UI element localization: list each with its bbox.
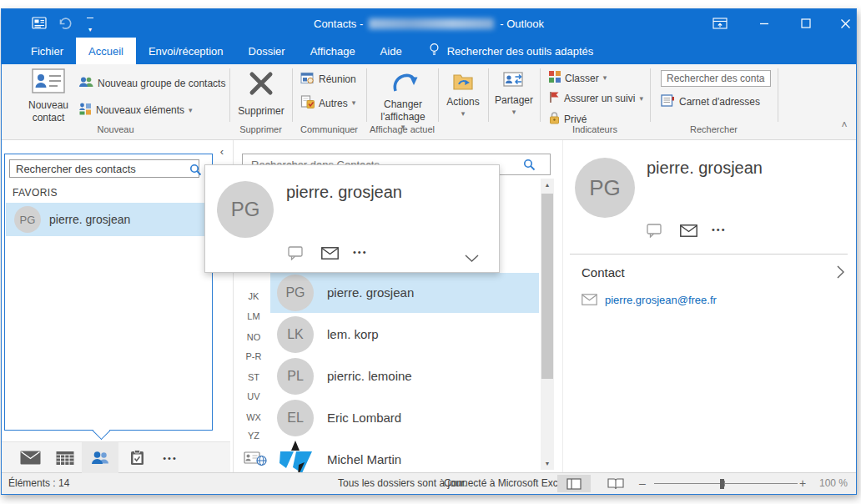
- index-lm[interactable]: LM: [239, 307, 268, 325]
- address-book-button[interactable]: Carnet d'adresses: [661, 94, 760, 109]
- avatar: PG: [217, 181, 274, 238]
- tab-accueil[interactable]: Accueil: [76, 38, 136, 64]
- actions-folder-icon: [452, 71, 474, 93]
- contact-row-selected[interactable]: PG pierre. grosjean: [270, 273, 539, 313]
- ribbon-display-options-button[interactable]: [711, 15, 729, 32]
- index-st[interactable]: ST: [239, 368, 268, 386]
- search-icon[interactable]: [523, 159, 536, 174]
- caret-down-icon: ▾: [189, 107, 193, 114]
- popup-contact-name: pierre. grosjean: [286, 183, 402, 202]
- zoom-slider-tick: [724, 481, 725, 486]
- new-contact-button[interactable]: Nouveau contact: [22, 68, 75, 124]
- minimize-button[interactable]: [755, 15, 773, 32]
- tab-dossier[interactable]: Dossier: [236, 38, 298, 64]
- index-pr[interactable]: P-R: [239, 347, 268, 365]
- caret-down-icon: ▾: [603, 74, 607, 82]
- categorize-button[interactable]: Classer ▾: [549, 71, 607, 85]
- tellme-search[interactable]: Rechercher des outils adaptés: [428, 38, 594, 64]
- group-label-supprimer: Supprimer: [229, 124, 292, 137]
- chat-button[interactable]: [288, 246, 305, 264]
- change-view-button[interactable]: Changer l'affichage ▾: [372, 68, 434, 131]
- contact-row[interactable]: EL Eric Lombard: [270, 398, 539, 438]
- more-actions-button[interactable]: •••: [353, 247, 368, 257]
- new-contact-group-button[interactable]: Nouveau groupe de contacts: [78, 76, 225, 91]
- actions-button[interactable]: Actions ▾: [441, 71, 485, 118]
- contact-name: Eric Lombard: [327, 398, 401, 438]
- title-suffix: - Outlook: [500, 18, 544, 30]
- ribbon-collapse-button[interactable]: ˄: [836, 119, 853, 131]
- nav-people[interactable]: [82, 442, 118, 473]
- redacted-account-email: [369, 18, 494, 29]
- contact-row[interactable]: PL pierric. lemoine: [270, 356, 539, 396]
- zoom-slider-track[interactable]: [654, 483, 798, 484]
- tellme-label: Rechercher des outils adaptés: [447, 45, 594, 58]
- share-button[interactable]: Partager ▾: [491, 71, 537, 116]
- zoom-in-button[interactable]: +: [799, 473, 806, 494]
- favorites-section-label: FAVORIS: [13, 187, 58, 199]
- view-normal-button[interactable]: [557, 475, 591, 492]
- change-view-label: Changer l'affichage: [372, 98, 434, 123]
- more-items-icon: [300, 95, 315, 111]
- scrollbar-up-button[interactable]: ▲: [541, 179, 554, 191]
- zoom-out-button[interactable]: –: [639, 473, 646, 494]
- contact-name: lem. korp: [327, 315, 379, 355]
- scrollbar[interactable]: ▲ ▼: [541, 179, 554, 470]
- email-link[interactable]: pierre.grosjean@free.fr: [605, 294, 717, 306]
- ribbon-find-contacts-input[interactable]: [661, 70, 771, 87]
- delete-label: Supprimer: [238, 105, 284, 117]
- new-items-button[interactable]: Nouveaux éléments ▾: [78, 103, 193, 118]
- caret-down-icon: ▾: [88, 26, 92, 33]
- app-item-icon[interactable]: [32, 17, 47, 33]
- content-area: ‹ JK LM NO P-R ST UV WX YZ PG pierre. gr…: [2, 140, 856, 472]
- view-reading-button[interactable]: [599, 475, 632, 492]
- undo-button[interactable]: [57, 17, 73, 33]
- nav-more[interactable]: •••: [154, 442, 187, 473]
- nav-calendar[interactable]: [48, 442, 82, 473]
- chat-button[interactable]: [647, 224, 663, 241]
- meeting-icon: [300, 72, 315, 87]
- follow-up-button[interactable]: Assurer un suivi ▾: [549, 91, 643, 106]
- tab-fichier[interactable]: Fichier: [18, 38, 76, 64]
- expand-card-chevron[interactable]: [465, 250, 479, 265]
- categorize-label: Classer: [565, 73, 599, 84]
- contact-row[interactable]: Michel Martin: [270, 440, 539, 472]
- collapse-folder-pane-button[interactable]: ‹: [215, 145, 229, 159]
- lightbulb-icon: [428, 43, 441, 59]
- expand-contact-chevron[interactable]: [837, 265, 844, 282]
- email-button[interactable]: [680, 224, 697, 240]
- tab-affichage[interactable]: Affichage: [298, 38, 368, 64]
- favorite-contact-row[interactable]: PG pierre. grosjean: [6, 203, 211, 236]
- close-button[interactable]: [836, 15, 854, 32]
- qat-customize-button[interactable]: ▾: [84, 18, 96, 35]
- index-wx[interactable]: WX: [239, 408, 268, 426]
- titlebar: ▾ Contacts - - Outlook: [2, 9, 856, 38]
- avatar: LK: [277, 316, 314, 353]
- more-actions-button[interactable]: •••: [712, 224, 727, 234]
- index-uv[interactable]: UV: [239, 387, 268, 406]
- contact-row[interactable]: LK lem. korp: [270, 315, 539, 355]
- delete-button[interactable]: Supprimer: [235, 70, 287, 117]
- tab-aide[interactable]: Aide: [368, 38, 415, 64]
- avatar: EL: [277, 400, 314, 436]
- nav-tasks[interactable]: [120, 442, 154, 473]
- favorites-search-input[interactable]: [9, 159, 199, 178]
- index-no[interactable]: NO: [239, 328, 268, 346]
- search-icon[interactable]: [189, 164, 202, 179]
- maximize-button[interactable]: [797, 15, 815, 32]
- index-jk[interactable]: JK: [239, 287, 268, 305]
- more-communicate-label: Autres: [319, 98, 348, 109]
- tab-envoi-reception[interactable]: Envoi/réception: [136, 38, 236, 64]
- avatar: PG: [277, 275, 314, 311]
- email-button[interactable]: [321, 247, 339, 263]
- navigation-bar: •••: [2, 441, 230, 472]
- share-card-icon: [503, 71, 526, 92]
- scrollbar-thumb[interactable]: [541, 194, 553, 379]
- more-communicate-button[interactable]: Autres ▾: [300, 95, 355, 111]
- group-label-rechercher: Rechercher: [650, 124, 778, 137]
- index-yz[interactable]: YZ: [239, 426, 268, 445]
- window-title: Contacts - - Outlook: [314, 9, 544, 38]
- zoom-slider-thumb[interactable]: [720, 479, 724, 489]
- nav-mail[interactable]: [13, 442, 47, 473]
- scrollbar-down-button[interactable]: ▼: [541, 457, 554, 470]
- meeting-button[interactable]: Réunion: [300, 72, 356, 87]
